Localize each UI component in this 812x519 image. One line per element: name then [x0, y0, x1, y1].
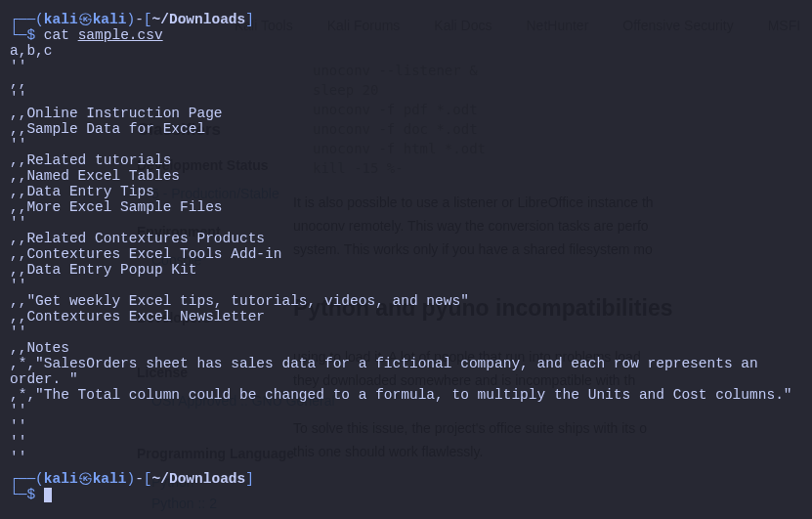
- prompt-line-4[interactable]: └─$: [10, 487, 802, 502]
- prompt-line-1: ┌──(kali㉿kali)-[~/Downloads]: [10, 12, 802, 27]
- command: cat: [44, 27, 69, 43]
- prompt-user: kali: [44, 471, 78, 487]
- cursor: [44, 488, 52, 502]
- prompt-line-3: ┌──(kali㉿kali)-[~/Downloads]: [10, 471, 802, 487]
- command-arg: sample.csv: [78, 27, 163, 43]
- prompt-user: kali: [44, 12, 78, 27]
- prompt-line-2: └─$ cat sample.csv: [10, 27, 802, 43]
- prompt-path: ~/Downloads: [152, 12, 246, 27]
- terminal-window[interactable]: ┌──(kali㉿kali)-[~/Downloads] └─$ cat sam…: [0, 0, 812, 519]
- prompt-host: kali: [93, 471, 127, 487]
- prompt-host: kali: [93, 12, 127, 27]
- terminal-output: a,b,c '' ,, '' ,,Online Instruction Page…: [10, 43, 802, 465]
- prompt-path: ~/Downloads: [152, 471, 246, 487]
